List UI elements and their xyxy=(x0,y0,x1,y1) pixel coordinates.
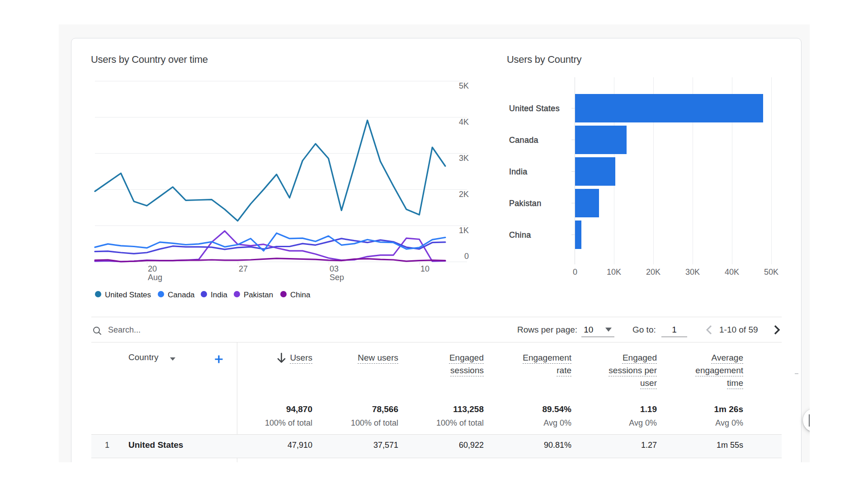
svg-text:2K: 2K xyxy=(459,190,469,199)
svg-text:India: India xyxy=(509,167,528,176)
svg-text:10: 10 xyxy=(420,264,429,273)
svg-text:China: China xyxy=(509,230,531,239)
svg-text:40K: 40K xyxy=(725,267,739,277)
svg-text:20K: 20K xyxy=(646,267,660,277)
svg-text:27: 27 xyxy=(239,264,248,273)
svg-text:3K: 3K xyxy=(459,154,469,163)
svg-text:50K: 50K xyxy=(764,267,778,277)
svg-text:Pakistan: Pakistan xyxy=(509,199,541,208)
svg-text:20: 20 xyxy=(148,264,157,273)
svg-text:0: 0 xyxy=(573,267,577,277)
svg-text:Canada: Canada xyxy=(509,136,539,145)
svg-text:30K: 30K xyxy=(685,267,700,277)
svg-text:0: 0 xyxy=(464,252,469,261)
svg-text:1K: 1K xyxy=(459,226,469,235)
svg-text:03: 03 xyxy=(330,264,339,273)
svg-text:4K: 4K xyxy=(459,117,469,127)
svg-text:5K: 5K xyxy=(459,81,469,90)
svg-text:United States: United States xyxy=(509,104,560,113)
svg-text:Aug: Aug xyxy=(148,273,162,282)
svg-text:Sep: Sep xyxy=(330,273,344,282)
svg-text:10K: 10K xyxy=(607,267,621,277)
